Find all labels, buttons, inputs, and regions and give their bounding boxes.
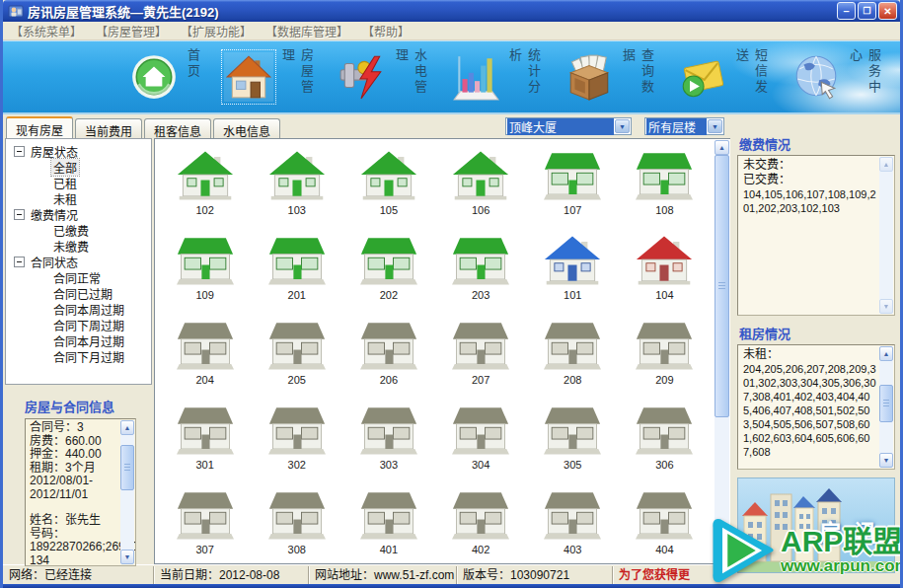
menu-item[interactable]: 【数据库管理】 [265,23,348,39]
scroll-up-icon[interactable] [879,157,893,172]
house-item[interactable]: 307 [159,482,251,564]
arp-watermark: ARP联盟 www.arpun.com [704,513,903,588]
tree-item[interactable]: 全部 [7,159,150,175]
tree-item[interactable]: 未租 [7,190,150,206]
house-item[interactable]: 206 [342,313,434,398]
contract-scrollbar[interactable] [120,420,134,564]
toolbar-item-house-manage[interactable]: 房屋管理 [224,48,316,106]
tree-item[interactable]: 合同正常 [7,269,150,285]
toolbar: 首页 房屋管理 水电管理 [3,40,900,114]
house-item[interactable]: 404 [619,482,711,564]
toolbar-item-home[interactable]: 首页 [129,48,202,106]
tree-item[interactable]: 合同本周过期 [7,301,150,317]
scroll-thumb[interactable] [120,445,134,490]
tab-current-fees[interactable]: 当前费用 [75,118,142,138]
house-item[interactable]: 204 [159,313,251,398]
tree-item[interactable]: 合同已过期 [7,285,150,301]
chevron-down-icon[interactable] [615,119,630,133]
menu-item[interactable]: 【帮助】 [362,23,410,39]
toolbar-item-service[interactable]: 服务中心 [791,48,883,106]
scroll-thumb[interactable] [715,155,729,417]
house-item[interactable]: 106 [434,143,526,228]
house-item[interactable]: 205 [251,313,342,398]
collapse-icon[interactable] [14,257,25,267]
toolbar-item-sms[interactable]: 短信发送 [678,48,770,106]
collapse-icon[interactable] [14,209,25,220]
tab-content: 房屋状态 全部 已租 未租 [3,138,730,564]
building-select[interactable]: 顶峰大厦 [505,117,632,135]
house-item[interactable]: 109 [159,228,251,313]
grid-scrollbar[interactable] [715,140,729,562]
tree-item[interactable]: 已缴费 [7,222,150,238]
tree-item[interactable]: 已租 [7,175,150,190]
toolbar-item-stats[interactable]: 统计分析 [451,48,543,106]
house-item[interactable]: 403 [527,482,619,564]
toolbar-item-label: 服务中心 [846,48,883,106]
house-item[interactable]: 103 [251,143,342,228]
toolbar-item-query[interactable]: 查询数据 [564,48,656,106]
tab-utility-info[interactable]: 水电信息 [213,118,280,138]
tree-item[interactable]: 合同下周过期 [7,317,150,332]
close-button[interactable] [878,2,897,20]
house-item[interactable]: 108 [619,143,711,228]
toolbar-item-utilities[interactable]: 水电管理 [338,48,429,106]
house-item[interactable]: 207 [434,313,526,398]
house-item[interactable]: 401 [342,482,434,564]
minimize-button[interactable] [837,2,856,20]
scroll-up-icon[interactable] [879,346,893,361]
scroll-up-icon[interactable] [715,140,729,155]
house-item[interactable]: 304 [434,398,526,482]
tab-existing-houses[interactable]: 现有房屋 [6,116,73,138]
house-item[interactable]: 305 [527,398,619,482]
house-number: 308 [288,544,306,555]
house-item[interactable]: 306 [619,398,711,482]
house-item[interactable]: 301 [159,398,251,482]
scroll-down-icon[interactable] [879,299,893,314]
contract-panel-title: 房屋与合同信息 [5,395,152,418]
house-item[interactable]: 302 [251,398,342,482]
house-item[interactable]: 209 [619,313,711,398]
collapse-icon[interactable] [14,146,25,157]
house-number: 204 [195,374,213,386]
tree-group-row[interactable]: 缴费情况 [7,206,150,222]
house-number: 101 [564,289,581,301]
scroll-down-icon[interactable] [120,550,134,564]
menu-item[interactable]: 【系统菜单】 [11,23,82,39]
title-bar: 房讯房屋管理系统—黄先生(2192) [3,0,900,22]
house-item[interactable]: 104 [619,228,711,313]
tree-group-row[interactable]: 房屋状态 [7,143,150,159]
house-item[interactable]: 402 [434,482,526,564]
scroll-down-icon[interactable] [879,453,893,468]
house-item[interactable]: 201 [251,228,342,313]
tree-group-row[interactable]: 合同状态 [7,254,150,269]
menu-item[interactable]: 【房屋管理】 [96,23,167,39]
chevron-down-icon[interactable] [708,119,722,133]
rent-scrollbar[interactable] [879,346,893,468]
house-item[interactable]: 202 [342,228,434,313]
scroll-thumb[interactable] [879,385,893,422]
tree-item[interactable]: 未缴费 [7,238,150,254]
house-icon [177,233,234,288]
maximize-button[interactable] [858,2,876,20]
tree-item[interactable]: 合同下月过期 [7,348,150,364]
house-icon [177,487,234,543]
status-version: 版本号：103090721 [457,566,613,584]
house-item[interactable]: 308 [251,482,342,564]
house-item[interactable]: 203 [434,228,526,313]
menu-item[interactable]: 【扩展功能】 [181,23,252,39]
house-item[interactable]: 107 [527,143,619,228]
house-number: 209 [655,374,673,386]
house-item[interactable]: 208 [527,313,619,398]
tree-item[interactable]: 合同本月过期 [7,332,150,348]
house-item[interactable]: 102 [159,143,251,228]
floor-select[interactable]: 所有层楼 [644,117,724,135]
tab-tenant-info[interactable]: 租客信息 [144,118,211,138]
window-title: 房讯房屋管理系统—黄先生(2192) [28,2,835,21]
house-item[interactable]: 101 [527,228,619,313]
payment-scrollbar[interactable] [879,157,893,314]
house-item[interactable]: 303 [342,398,434,482]
scroll-up-icon[interactable] [120,420,134,435]
house-number: 402 [472,544,489,555]
house-number: 205 [288,374,306,386]
house-item[interactable]: 105 [342,143,434,228]
